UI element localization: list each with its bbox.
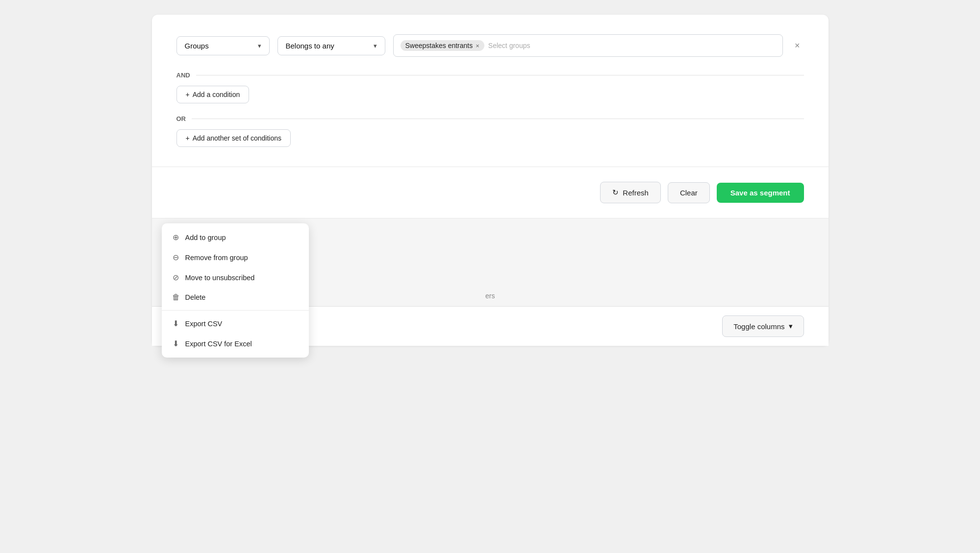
toggle-cols-label: Toggle columns [733,322,784,331]
toggle-columns-button[interactable]: Toggle columns ▾ [722,315,804,337]
menu-item-delete[interactable]: 🗑 Delete [162,288,309,307]
filter-row: Groups ▾ Belongs to any ▾ Sweepstakes en… [176,34,804,57]
belongs-dropdown[interactable]: Belongs to any ▾ [277,36,385,55]
export-csv-icon: ⬇ [172,319,180,328]
tags-placeholder: Select groups [488,42,530,49]
add-set-button[interactable]: + Add another set of conditions [176,129,291,147]
remove-from-group-icon: ⊖ [172,253,180,262]
filter-section: Groups ▾ Belongs to any ▾ Sweepstakes en… [152,15,829,167]
tag-remove-button[interactable]: × [476,43,479,49]
toggle-cols-chevron-icon: ▾ [789,322,793,331]
main-container: Groups ▾ Belongs to any ▾ Sweepstakes en… [152,15,829,346]
add-condition-plus-icon: + [186,91,190,98]
action-bar: ↻ Refresh Clear Save as segment [152,167,829,218]
refresh-label: Refresh [623,189,649,197]
add-set-plus-icon: + [186,134,190,142]
refresh-icon: ↻ [612,188,619,197]
sweepstakes-tag: Sweepstakes entrants × [401,40,484,51]
clear-button[interactable]: Clear [668,182,710,203]
menu-item-export-csv-excel[interactable]: ⬇ Export CSV for Excel [162,334,309,354]
belongs-chevron-icon: ▾ [374,42,377,49]
save-segment-button[interactable]: Save as segment [717,183,804,203]
export-csv-excel-icon: ⬇ [172,339,180,348]
and-label: AND [176,72,196,79]
delete-icon: 🗑 [172,293,180,302]
tag-label: Sweepstakes entrants [405,42,473,49]
groups-chevron-icon: ▾ [258,42,261,49]
add-to-group-icon: ⊕ [172,233,180,242]
export-csv-label: Export CSV [185,320,223,328]
delete-label: Delete [185,293,206,301]
filter-close-button[interactable]: × [791,39,804,53]
clear-label: Clear [680,189,698,197]
remove-from-group-label: Remove from group [185,254,248,262]
menu-item-export-csv[interactable]: ⬇ Export CSV [162,313,309,334]
refresh-button[interactable]: ↻ Refresh [600,182,661,203]
export-csv-excel-label: Export CSV for Excel [185,340,252,348]
move-to-unsubscribed-label: Move to unsubscribed [185,274,255,282]
ers-hint: ers [485,292,495,300]
or-separator: OR [176,115,804,122]
and-separator-line [196,75,804,75]
menu-item-add-to-group[interactable]: ⊕ Add to group [162,227,309,247]
move-to-unsubscribed-icon: ⊘ [172,273,180,282]
actions-dropdown-menu: ⊕ Add to group ⊖ Remove from group ⊘ Mov… [162,223,309,358]
tags-input[interactable]: Sweepstakes entrants × Select groups [393,34,783,57]
add-condition-label: Add a condition [193,91,240,98]
menu-item-remove-from-group[interactable]: ⊖ Remove from group [162,247,309,267]
or-separator-line [192,119,804,119]
menu-divider [162,310,309,311]
add-to-group-label: Add to group [185,234,226,241]
belongs-dropdown-label: Belongs to any [286,42,334,50]
groups-dropdown[interactable]: Groups ▾ [176,36,270,55]
save-label: Save as segment [730,189,790,197]
and-separator: AND [176,72,804,79]
menu-item-move-to-unsubscribed[interactable]: ⊘ Move to unsubscribed [162,267,309,288]
add-condition-button[interactable]: + Add a condition [176,86,250,103]
add-set-label: Add another set of conditions [193,134,281,142]
groups-dropdown-label: Groups [185,42,209,50]
or-label: OR [176,115,192,122]
content-area: ⊕ Add to group ⊖ Remove from group ⊘ Mov… [152,218,829,346]
